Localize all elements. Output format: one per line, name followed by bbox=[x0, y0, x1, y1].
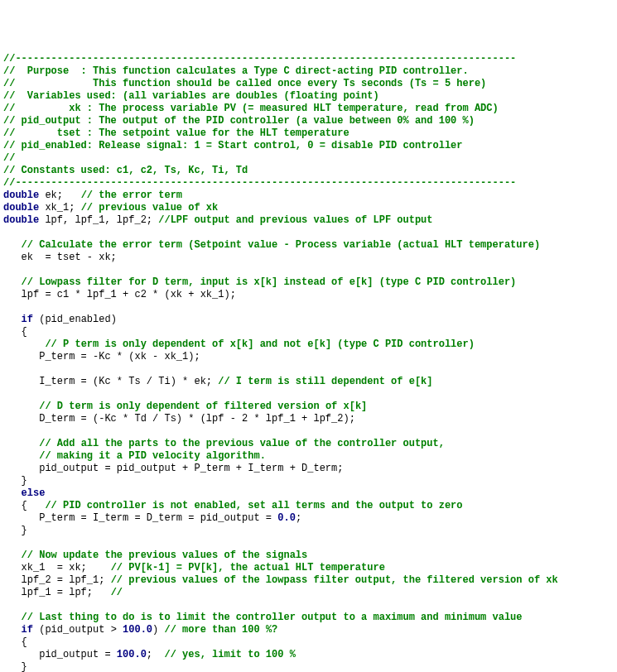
code-text bbox=[3, 338, 45, 350]
comment-text: // Variables used: (all variables are do… bbox=[3, 90, 379, 102]
comment-text: // Constants used: c1, c2, Ts, Kc, Ti, T… bbox=[3, 165, 248, 176]
code-line: double lpf, lpf_1, lpf_2; //LPF output a… bbox=[3, 214, 614, 227]
comment-text: // Purpose : This function calculates a … bbox=[3, 65, 469, 77]
code-text: lpf_1 = lpf; bbox=[3, 587, 111, 598]
comment-text: // tset : The setpoint value for the HLT… bbox=[3, 127, 349, 139]
code-text: xk_1 = xk; bbox=[3, 562, 111, 574]
code-line: // Lowpass filter for D term, input is x… bbox=[3, 276, 614, 289]
comment-text: // previous values of the lowpass filter… bbox=[111, 574, 558, 586]
code-text bbox=[3, 438, 39, 449]
keyword-text: if bbox=[22, 314, 33, 325]
code-text: } bbox=[3, 525, 27, 536]
code-line: else bbox=[3, 487, 614, 500]
code-line: } bbox=[3, 475, 614, 487]
code-line: I_term = (Kc * Ts / Ti) * ek; // I term … bbox=[3, 376, 614, 388]
code-text: ) bbox=[152, 624, 164, 636]
code-line: // pid_output : The output of the PID co… bbox=[3, 115, 614, 127]
code-text: P_term = I_term = D_term = pid_output = bbox=[3, 512, 277, 524]
comment-text: // Lowpass filter for D term, input is x… bbox=[22, 276, 517, 288]
keyword-text: else bbox=[22, 487, 46, 499]
comment-text: // more than 100 %? bbox=[164, 624, 277, 636]
comment-text: //--------------------------------------… bbox=[3, 177, 516, 189]
code-text: pid_output = pid_output + P_term + I_ter… bbox=[3, 463, 343, 474]
code-line bbox=[3, 363, 614, 376]
code-line: // Variables used: (all variables are do… bbox=[3, 90, 614, 103]
code-line: { bbox=[3, 636, 614, 649]
code-text: ; bbox=[296, 512, 301, 524]
comment-text: // making it a PID velocity algorithm. bbox=[39, 450, 266, 462]
code-text bbox=[3, 314, 22, 325]
code-text bbox=[3, 239, 22, 251]
code-text: ; bbox=[147, 649, 165, 660]
code-line: //--------------------------------------… bbox=[3, 53, 614, 65]
code-line: lpf_2 = lpf_1; // previous values of the… bbox=[3, 574, 614, 587]
code-line: // Purpose : This function calculates a … bbox=[3, 65, 614, 78]
code-line: // Calculate the error term (Setpoint va… bbox=[3, 239, 614, 252]
code-line bbox=[3, 599, 614, 612]
keyword-text: 100.0 bbox=[123, 624, 152, 636]
keyword-text: double bbox=[3, 202, 39, 214]
code-line bbox=[3, 425, 614, 438]
code-line: lpf = c1 * lpf_1 + c2 * (xk + xk_1); bbox=[3, 289, 614, 301]
code-line: // tset : The setpoint value for the HLT… bbox=[3, 127, 614, 140]
comment-text: // yes, limit to 100 % bbox=[164, 649, 295, 660]
code-line: // Last thing to do is to limit the cont… bbox=[3, 612, 614, 624]
code-text: } bbox=[3, 661, 27, 672]
code-text: lpf, lpf_1, lpf_2; bbox=[39, 214, 158, 226]
code-text bbox=[3, 487, 22, 499]
code-line: } bbox=[3, 525, 614, 537]
code-line: // bbox=[3, 152, 614, 165]
code-line bbox=[3, 264, 614, 276]
code-text: pid_output = bbox=[3, 649, 117, 660]
code-line: // xk : The process variable PV (= measu… bbox=[3, 103, 614, 115]
comment-text: // Last thing to do is to limit the cont… bbox=[22, 612, 523, 623]
comment-text: // the error term bbox=[81, 190, 182, 201]
code-line: // Constants used: c1, c2, Ts, Kc, Ti, T… bbox=[3, 165, 614, 177]
code-text bbox=[3, 276, 22, 288]
code-text bbox=[3, 550, 22, 561]
code-text: I_term = (Kc * Ts / Ti) * ek; bbox=[3, 376, 218, 387]
code-line bbox=[3, 227, 614, 239]
code-text: ek; bbox=[39, 190, 80, 201]
code-text: ek = tset - xk; bbox=[3, 252, 117, 263]
code-line: // This function should be called once e… bbox=[3, 78, 614, 90]
comment-text: // previous value of xk bbox=[81, 202, 219, 214]
keyword-text: double bbox=[3, 214, 39, 226]
keyword-text: 100.0 bbox=[117, 649, 147, 660]
keyword-text: double bbox=[3, 190, 39, 201]
code-line: ek = tset - xk; bbox=[3, 252, 614, 264]
comment-text: // D term is only dependent of filtered … bbox=[39, 401, 367, 412]
code-text: (pid_enabled) bbox=[33, 314, 117, 325]
code-text bbox=[3, 612, 22, 623]
code-line: // making it a PID velocity algorithm. bbox=[3, 450, 614, 463]
code-line: } bbox=[3, 661, 614, 672]
comment-text: // I term is still dependent of e[k] bbox=[218, 376, 432, 387]
code-text: { bbox=[3, 500, 45, 511]
comment-text: // bbox=[111, 587, 123, 598]
comment-text: // Now update the previous values of the… bbox=[22, 550, 308, 561]
code-text bbox=[3, 401, 39, 412]
code-line: //--------------------------------------… bbox=[3, 177, 614, 190]
comment-text: // P term is only dependent of x[k] and … bbox=[45, 338, 474, 350]
keyword-text: if bbox=[22, 624, 33, 636]
keyword-text: 0.0 bbox=[277, 512, 296, 524]
code-line: pid_output = 100.0; // yes, limit to 100… bbox=[3, 649, 614, 661]
code-text bbox=[3, 624, 22, 636]
code-line: P_term = I_term = D_term = pid_output = … bbox=[3, 512, 614, 525]
code-line: // P term is only dependent of x[k] and … bbox=[3, 338, 614, 351]
code-line: double ek; // the error term bbox=[3, 190, 614, 202]
code-text: { bbox=[3, 636, 27, 648]
code-line: // pid_enabled: Release signal: 1 = Star… bbox=[3, 140, 614, 152]
code-line bbox=[3, 388, 614, 401]
comment-text: //LPF output and previous values of LPF … bbox=[158, 214, 432, 226]
code-line: // Now update the previous values of the… bbox=[3, 550, 614, 562]
code-text: P_term = -Kc * (xk - xk_1); bbox=[3, 351, 200, 362]
comment-text: // This function should be called once e… bbox=[3, 78, 486, 89]
code-text: { bbox=[3, 326, 27, 338]
code-text bbox=[3, 450, 39, 462]
comment-text: // pid_output : The output of the PID co… bbox=[3, 115, 475, 127]
code-text: (pid_output > bbox=[33, 624, 123, 636]
comment-text: // PV[k-1] = PV[k], the actual HLT tempe… bbox=[111, 562, 385, 574]
code-text: lpf = c1 * lpf_1 + c2 * (xk + xk_1); bbox=[3, 289, 236, 300]
code-line: double xk_1; // previous value of xk bbox=[3, 202, 614, 214]
